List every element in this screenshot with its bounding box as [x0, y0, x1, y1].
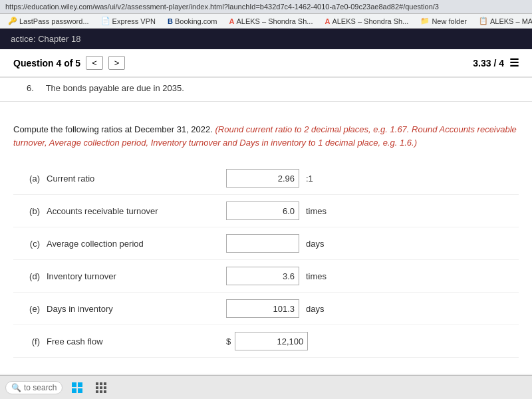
list-icon[interactable]: ☰	[509, 57, 519, 69]
bookmarks-bar: 🔑 LastPass password... 📄 Express VPN B B…	[0, 14, 532, 29]
svg-rect-1	[78, 382, 82, 387]
svg-rect-4	[96, 382, 98, 385]
svg-rect-2	[72, 388, 76, 393]
ratio-unit-d: times	[306, 271, 327, 281]
svg-rect-8	[100, 386, 102, 389]
ratio-row-c: (c) Average collection period days	[13, 227, 519, 260]
ratio-label-f: Free cash flow	[47, 336, 180, 346]
ratio-letter-e: (e)	[13, 304, 40, 314]
ratio-label-e: Days in inventory	[47, 304, 180, 314]
ratio-input-wrapper-f: $	[226, 332, 315, 350]
ratio-label-d: Inventory turnover	[47, 271, 180, 281]
ratio-letter-d: (d)	[13, 271, 40, 281]
instructions: Compute the following ratios at December…	[13, 123, 519, 149]
taskbar-grid-button[interactable]	[92, 378, 110, 397]
ratio-input-wrapper-b: times	[226, 201, 327, 220]
folder-icon: 📁	[420, 17, 430, 25]
ratio-row-e: (e) Days in inventory days	[13, 293, 519, 325]
bookmark-lastpass[interactable]: 🔑 LastPass password...	[5, 16, 92, 26]
instructions-prefix: Compute the following ratios at December…	[13, 124, 213, 134]
doc-icon: 📄	[101, 17, 110, 25]
ratio-label-c: Average collection period	[47, 239, 180, 249]
ratio-unit-e: days	[306, 304, 324, 314]
taskbar-windows-button[interactable]	[68, 378, 86, 397]
aleks-mat-icon: 📋	[479, 17, 488, 25]
score-section: 3.33 / 4 ☰	[473, 57, 519, 69]
dollar-sign-f: $	[226, 336, 231, 346]
question-nav: Question 4 of 5 < >	[13, 56, 125, 70]
ratio-input-e[interactable]	[226, 299, 299, 318]
ratio-input-wrapper-d: times	[226, 267, 327, 285]
svg-rect-6	[104, 382, 106, 385]
ratio-input-d[interactable]	[226, 267, 299, 285]
bond-text: The bonds payable are due in 2035.	[46, 83, 184, 93]
ratio-row-a: (a) Current ratio :1	[13, 162, 519, 195]
svg-rect-10	[96, 390, 98, 393]
ratio-letter-b: (b)	[13, 206, 40, 216]
svg-rect-0	[72, 382, 76, 387]
content-area: Question 4 of 5 < > 3.33 / 4 ☰ 6. The bo…	[0, 49, 532, 374]
ratio-letter-c: (c)	[13, 239, 40, 249]
aleks1-icon: A	[229, 17, 235, 25]
page-header: actice: Chapter 18	[0, 29, 532, 49]
ratio-input-c[interactable]	[226, 234, 299, 253]
svg-rect-11	[100, 390, 102, 393]
ratio-input-b[interactable]	[226, 201, 299, 220]
address-bar[interactable]: https://education.wiley.com/was/ui/v2/as…	[0, 0, 532, 14]
bookmark-new-folder[interactable]: 📁 New folder	[418, 16, 469, 26]
ratio-input-f[interactable]	[235, 332, 308, 350]
svg-rect-5	[100, 382, 102, 385]
ratio-input-wrapper-e: days	[226, 299, 324, 318]
bond-statement: 6. The bonds payable are due in 2035.	[0, 78, 532, 102]
svg-rect-9	[104, 386, 106, 389]
ratio-row-b: (b) Accounts receivable turnover times	[13, 195, 519, 227]
ratio-letter-f: (f)	[13, 336, 40, 346]
lastpass-icon: 🔑	[8, 17, 17, 25]
svg-rect-7	[96, 386, 98, 389]
bookmark-aleks-mat[interactable]: 📋 ALEKS – MAT11000...	[476, 16, 532, 26]
page-title: actice: Chapter 18	[11, 34, 81, 44]
bookmark-aleks2[interactable]: A ALEKS – Shondra Sh...	[322, 17, 411, 26]
ratio-input-wrapper-a: :1	[226, 169, 313, 188]
ratios-container: (a) Current ratio :1 (b) Accounts receiv…	[13, 162, 519, 358]
ratio-unit-c: days	[306, 239, 324, 249]
ratio-label-a: Current ratio	[47, 174, 180, 184]
search-label: to search	[24, 383, 57, 392]
ratio-input-wrapper-c: days	[226, 234, 324, 253]
bond-number: 6.	[27, 83, 34, 93]
svg-rect-3	[78, 388, 82, 393]
ratio-unit-b: times	[306, 206, 327, 216]
score-display: 3.33 / 4	[473, 58, 504, 68]
booking-icon: B	[168, 17, 173, 25]
question-label: Question 4 of 5	[13, 58, 80, 68]
question-header: Question 4 of 5 < > 3.33 / 4 ☰	[0, 49, 532, 78]
bookmark-booking[interactable]: B Booking.com	[165, 17, 220, 26]
ratio-letter-a: (a)	[13, 174, 40, 184]
prev-button[interactable]: <	[86, 56, 103, 70]
aleks2-icon: A	[325, 17, 330, 25]
url-text: https://education.wiley.com/was/ui/v2/as…	[5, 3, 439, 11]
ratio-row-d: (d) Inventory turnover times	[13, 260, 519, 293]
ratio-unit-a: :1	[306, 174, 313, 184]
search-icon: 🔍	[11, 383, 21, 392]
next-button[interactable]: >	[108, 56, 126, 70]
ratio-input-a[interactable]	[226, 169, 299, 188]
ratio-row-f: (f) Free cash flow $	[13, 325, 519, 358]
ratio-label-b: Accounts receivable turnover	[47, 206, 180, 216]
bookmark-express-vpn[interactable]: 📄 Express VPN	[98, 16, 158, 26]
taskbar: 🔍 to search	[0, 375, 532, 399]
bookmark-aleks1[interactable]: A ALEKS – Shondra Sh...	[227, 17, 316, 26]
taskbar-search[interactable]: 🔍 to search	[5, 381, 63, 394]
question-content: Compute the following ratios at December…	[0, 102, 532, 368]
svg-rect-12	[104, 390, 106, 393]
